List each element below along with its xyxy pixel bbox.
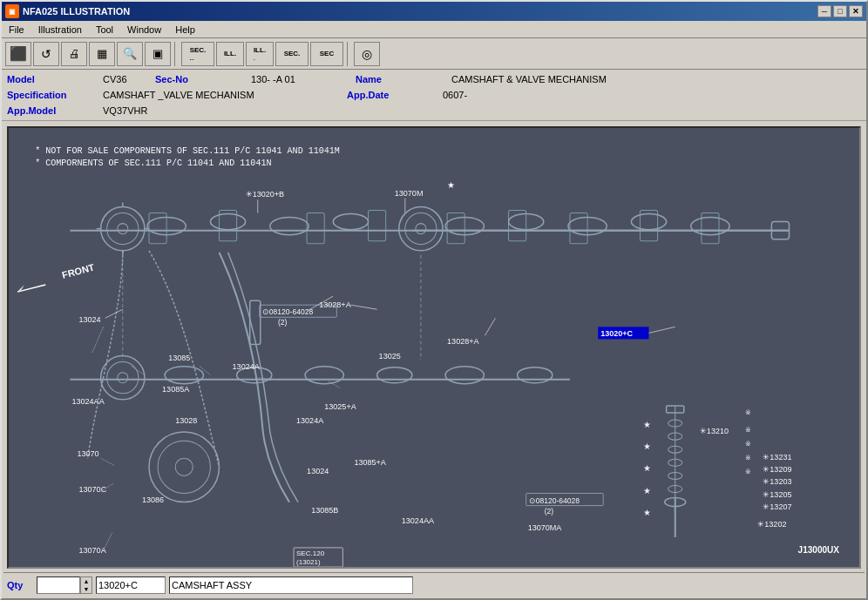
ill2-icon: ILL..: [254, 46, 266, 62]
grid-icon: ▦: [97, 47, 107, 60]
toolbar-ill2-btn[interactable]: ILL..: [246, 42, 274, 66]
toolbar-undo-btn[interactable]: ↺: [33, 42, 59, 66]
toolbar: ⬛ ↺ 🖨 ▦ 🔍 ▣ SEC.... ILL. ILL.. SEC.: [2, 38, 866, 70]
svg-text:★: ★: [643, 486, 651, 496]
part-13024-left[interactable]: 13024: [78, 315, 100, 324]
secno-value: 130- -A 01: [251, 74, 356, 84]
drawing-area[interactable]: * NOT FOR SALE COMPORNENTS OF SEC.111 P/…: [7, 126, 861, 569]
toolbar-zoom-btn[interactable]: 🔍: [117, 42, 143, 66]
note2-text: * COMPORNENTS OF SEC.111 P/C 11041 AND 1…: [35, 158, 271, 168]
part-13028a-upper[interactable]: 13028+A: [319, 300, 351, 309]
menu-window[interactable]: Window: [124, 24, 165, 36]
part-08120-right[interactable]: ⊙08120-64028: [529, 496, 580, 505]
menu-help[interactable]: Help: [172, 24, 199, 36]
sec2-icon: SEC.: [284, 50, 301, 57]
part-13028[interactable]: 13028: [175, 416, 197, 425]
maximize-button[interactable]: □: [833, 5, 847, 17]
svg-text:★: ★: [643, 463, 651, 473]
content-area: * NOT FOR SALE COMPORNENTS OF SEC.111 P/…: [2, 121, 866, 598]
part-13202[interactable]: ✳13202: [757, 520, 786, 529]
close-button[interactable]: ✕: [849, 5, 863, 17]
info-row-1: Model CV36 Sec-No 130- -A 01 Name CAMSHA…: [7, 71, 861, 87]
compass-icon: ◎: [362, 47, 372, 61]
svg-rect-0: [9, 134, 859, 561]
part-13024a-lower[interactable]: 13024A: [296, 416, 324, 425]
part-13085[interactable]: 13085: [168, 354, 190, 362]
specification-label: Specification: [7, 90, 103, 100]
separator1: [174, 42, 178, 66]
part-13020b[interactable]: ✳13020+B: [246, 190, 284, 199]
minimize-button[interactable]: ─: [817, 5, 831, 17]
part-description-input[interactable]: [169, 576, 413, 594]
part-13203[interactable]: ✳13203: [763, 477, 791, 486]
info-row-2: Specification CAMSHAFT _VALVE MECHANISM …: [7, 87, 861, 103]
part-13070[interactable]: 13070: [77, 449, 98, 458]
part-13205[interactable]: ✳13205: [763, 490, 791, 499]
appdate-value: 0607-: [443, 90, 467, 100]
part-13020c[interactable]: 13020+C: [600, 329, 633, 338]
part-13231[interactable]: ✳13231: [763, 453, 791, 462]
part-13085-a[interactable]: 13085+A: [354, 458, 386, 467]
part-13086[interactable]: 13086: [142, 496, 164, 504]
print-icon: 🖨: [69, 47, 80, 60]
sec1-icon: SEC....: [190, 46, 207, 62]
part-13025a[interactable]: 13025+A: [324, 402, 356, 411]
part-13070a[interactable]: 13070A: [78, 546, 106, 555]
part-13070ma[interactable]: 13070MA: [528, 523, 563, 532]
part-13207[interactable]: ✳13207: [763, 502, 791, 511]
main-window: ▣ NFA025 ILLUSTRATION ─ □ ✕ File Illustr…: [0, 0, 868, 600]
svg-text:※: ※: [745, 426, 751, 434]
name-value: CAMSHAFT & VALVE MECHANISM: [451, 74, 607, 84]
svg-text:★: ★: [643, 420, 651, 429]
specification-value: CAMSHAFT _VALVE MECHANISM: [103, 90, 347, 100]
part-13024aa-left[interactable]: 13024AA: [71, 397, 105, 406]
qty-control: ▲ ▼: [37, 576, 92, 594]
part-13085b[interactable]: 13085B: [311, 506, 338, 515]
part-13209[interactable]: ✳13209: [763, 465, 791, 474]
toolbar-grid-btn[interactable]: ▦: [89, 42, 115, 66]
qty-input[interactable]: [37, 576, 80, 594]
back-icon: ⬛: [10, 45, 27, 62]
note1-text: * NOT FOR SALE COMPORNENTS OF SEC.111 P/…: [35, 146, 340, 156]
part-13024aa-lower[interactable]: 13024AA: [402, 516, 435, 525]
toolbar-sec3-btn[interactable]: SEC: [310, 42, 343, 66]
part-13024-mid[interactable]: 13024: [307, 467, 329, 475]
appmodel-label: App.Model: [7, 105, 103, 116]
secno-label: Sec-No: [155, 74, 251, 84]
toolbar-print-btn[interactable]: 🖨: [61, 42, 87, 66]
star-upper: ★: [447, 180, 455, 190]
qty-spin-up[interactable]: ▲: [81, 577, 92, 585]
part-13025[interactable]: 13025: [379, 352, 401, 361]
toolbar-sec2-btn[interactable]: SEC.: [275, 42, 309, 66]
menu-tool[interactable]: Tool: [92, 24, 117, 36]
drawing-ref: J13000UX: [798, 545, 840, 555]
bottom-bar: Qty ▲ ▼: [3, 572, 865, 597]
qty-spin-down[interactable]: ▼: [81, 585, 92, 593]
svg-text:※: ※: [745, 408, 751, 416]
menu-illustration[interactable]: Illustration: [35, 24, 85, 36]
model-value: CV36: [103, 74, 155, 84]
menu-file[interactable]: File: [5, 24, 28, 36]
qty-label: Qty: [7, 580, 33, 590]
undo-icon: ↺: [41, 47, 51, 61]
part-13028a-right[interactable]: 13028+A: [447, 337, 479, 346]
part-13210[interactable]: ✳13210: [700, 427, 729, 435]
part-sec120[interactable]: SEC.120: [296, 549, 325, 557]
toolbar-compass-btn[interactable]: ◎: [354, 42, 380, 66]
part-13070c[interactable]: 13070C: [78, 485, 106, 494]
sec3-icon: SEC: [320, 50, 334, 57]
ill1-icon: ILL.: [224, 50, 236, 57]
part-number-input[interactable]: [96, 576, 166, 594]
part-08120-left[interactable]: ⊙08120-64028: [262, 307, 314, 316]
toolbar-select-btn[interactable]: ▣: [145, 42, 171, 66]
main-drawing-svg: * NOT FOR SALE COMPORNENTS OF SEC.111 P/…: [9, 128, 859, 567]
part-13085a[interactable]: 13085A: [162, 385, 190, 394]
svg-text:★: ★: [643, 508, 651, 517]
toolbar-ill1-btn[interactable]: ILL.: [216, 42, 244, 66]
toolbar-sec1-btn[interactable]: SEC....: [181, 42, 214, 66]
part-08120-right-2: (2): [545, 507, 554, 516]
toolbar-back-btn[interactable]: ⬛: [5, 42, 31, 66]
window-title: NFA025 ILLUSTRATION: [23, 6, 130, 17]
part-13024a-top[interactable]: 13024A: [233, 362, 261, 371]
part-13070m[interactable]: 13070M: [395, 189, 424, 198]
